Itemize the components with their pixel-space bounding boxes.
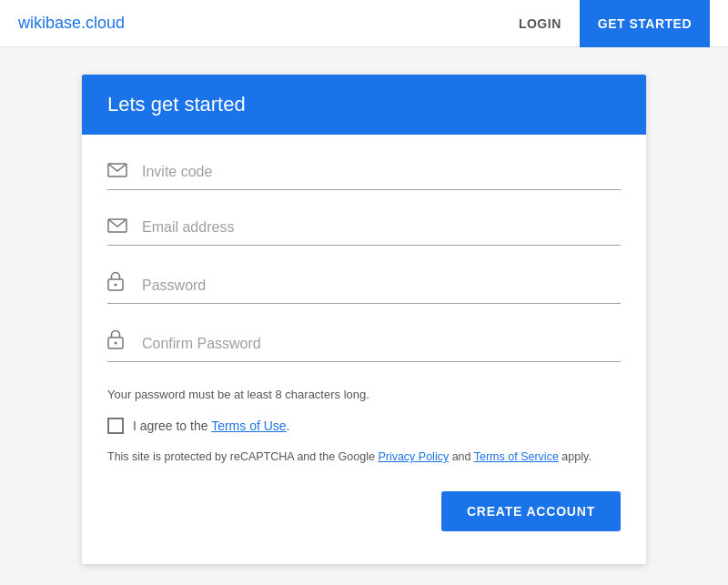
mail-icon-2 [107, 218, 133, 239]
confirm-password-input[interactable] [142, 332, 621, 356]
lock-icon [107, 271, 133, 298]
invite-code-field [107, 160, 621, 190]
terms-prefix: I agree to the [133, 419, 211, 433]
navbar: wikibase.cloud LOGIN GET STARTED [0, 0, 728, 47]
confirm-password-field [107, 329, 621, 362]
email-field [107, 216, 621, 246]
email-input[interactable] [142, 216, 621, 239]
invite-code-input[interactable] [142, 160, 621, 184]
terms-suffix: . [287, 419, 290, 433]
card-header: Lets get started [82, 75, 646, 135]
svg-point-5 [115, 342, 117, 345]
password-field [107, 271, 621, 304]
terms-row: I agree to the Terms of Use. [107, 418, 621, 434]
nav-right: LOGIN GET STARTED [500, 0, 710, 47]
recaptcha-prefix: This site is protected by reCAPTCHA and … [107, 450, 378, 463]
terms-checkbox[interactable] [107, 418, 124, 434]
logo-link[interactable]: wikibase.cloud [18, 14, 125, 33]
recaptcha-note: This site is protected by reCAPTCHA and … [107, 449, 621, 466]
password-input[interactable] [142, 274, 621, 298]
svg-point-3 [115, 284, 117, 287]
main-content: Lets get started [0, 47, 728, 585]
create-account-button[interactable]: CREATE ACCOUNT [441, 491, 621, 531]
terms-of-use-link[interactable]: Terms of Use [211, 419, 286, 433]
privacy-policy-link[interactable]: Privacy Policy [378, 450, 449, 463]
registration-card: Lets get started [82, 75, 646, 564]
card-body: Your password must be at least 8 charact… [82, 135, 646, 564]
password-hint: Your password must be at least 8 charact… [107, 388, 621, 401]
get-started-button[interactable]: GET STARTED [580, 0, 710, 47]
terms-of-service-link[interactable]: Terms of Service [474, 450, 559, 463]
card-footer: CREATE ACCOUNT [107, 491, 621, 539]
recaptcha-and: and [449, 450, 474, 463]
recaptcha-suffix: apply. [559, 450, 592, 463]
mail-icon [107, 163, 133, 184]
login-button[interactable]: LOGIN [500, 16, 580, 31]
card-title: Lets get started [107, 93, 621, 116]
lock-icon-2 [107, 329, 133, 356]
terms-text: I agree to the Terms of Use. [133, 419, 290, 433]
